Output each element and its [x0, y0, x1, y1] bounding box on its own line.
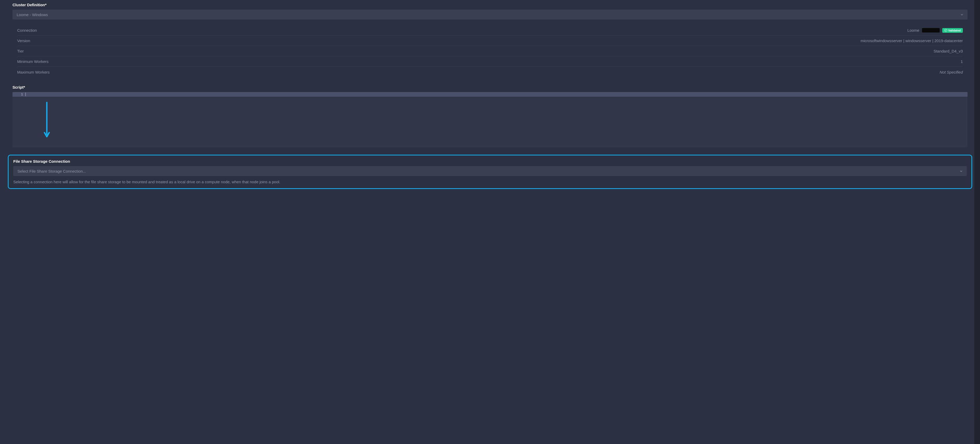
fileshare-label: File Share Storage Connection: [13, 159, 967, 163]
fileshare-select[interactable]: Select File Share Storage Connection...: [13, 166, 967, 176]
connection-label: Connection: [17, 28, 37, 32]
version-label: Version: [17, 38, 30, 43]
table-row: Version microsoftwindowsserver | windows…: [17, 36, 963, 46]
min-workers-value: 1: [961, 59, 963, 64]
table-row: Tier Standard_D4_v3: [17, 46, 963, 56]
tier-value: Standard_D4_v3: [934, 49, 963, 53]
scrollbar[interactable]: [974, 0, 980, 194]
script-label: Script*: [13, 85, 967, 89]
chevron-down-icon: [960, 169, 963, 173]
max-workers-label: Maximum Workers: [17, 70, 50, 75]
validated-badge: ✓ Validated: [942, 28, 963, 33]
cluster-details-table: Connection Loome ✓ Validated Version mic…: [17, 25, 963, 77]
line-number: 1: [13, 92, 25, 96]
tier-label: Tier: [17, 49, 24, 53]
min-workers-label: Minimum Workers: [17, 59, 49, 64]
cluster-definition-label: Cluster Definition*: [13, 3, 967, 7]
chevron-down-icon: [961, 13, 963, 17]
arrow-down-icon: [44, 101, 50, 138]
fileshare-highlight-box: File Share Storage Connection Select Fil…: [8, 155, 972, 189]
fileshare-help-text: Selecting a connection here will allow f…: [13, 180, 967, 184]
connection-value: Loome ✓ Validated: [907, 28, 963, 33]
check-circle-icon: ✓: [944, 29, 947, 32]
max-workers-value: Not Specified: [940, 70, 963, 75]
redacted-block: [922, 28, 940, 32]
cluster-definition-select[interactable]: Loome - Windows: [13, 10, 967, 19]
table-row: Minimum Workers 1: [17, 56, 963, 67]
cluster-definition-value: Loome - Windows: [17, 13, 961, 17]
script-editor[interactable]: 1: [13, 92, 967, 147]
fileshare-placeholder: Select File Share Storage Connection...: [18, 169, 960, 173]
table-row: Maximum Workers Not Specified: [17, 67, 963, 77]
table-row: Connection Loome ✓ Validated: [17, 25, 963, 36]
cursor-icon: [25, 92, 26, 96]
version-value: microsoftwindowsserver | windowsserver |…: [861, 38, 963, 43]
